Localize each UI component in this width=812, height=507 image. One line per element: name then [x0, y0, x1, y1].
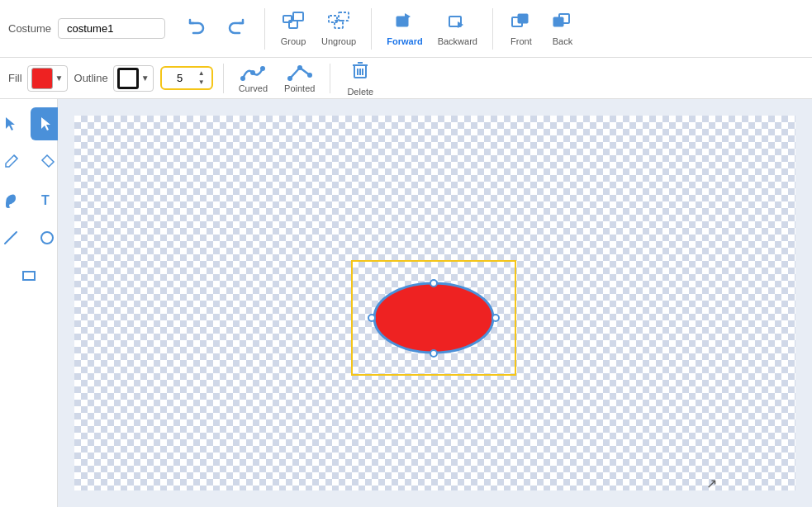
- svg-point-33: [374, 283, 493, 353]
- delete-button[interactable]: Delete: [340, 57, 380, 100]
- forward-label: Forward: [387, 36, 422, 46]
- divider5: [330, 64, 330, 93]
- pointed-button[interactable]: Pointed: [279, 62, 320, 95]
- pointed-icon: [287, 64, 313, 82]
- line-tool[interactable]: [0, 221, 27, 254]
- size-input-wrapper: ▲ ▼: [160, 66, 213, 90]
- undo-redo-group: [178, 13, 254, 44]
- tool-row-3: T: [0, 183, 64, 216]
- fill-color-swatch: [31, 68, 53, 89]
- outline-color-swatch: [117, 68, 139, 89]
- back-label: Back: [553, 36, 572, 46]
- size-spin-buttons: ▲ ▼: [197, 69, 207, 87]
- costume-section: Costume costume1: [8, 18, 165, 39]
- curved-icon: [240, 64, 266, 82]
- divider2: [371, 8, 372, 50]
- size-decrease-button[interactable]: ▼: [197, 78, 207, 87]
- svg-point-18: [297, 65, 302, 70]
- backward-icon: [447, 12, 468, 34]
- divider4: [223, 64, 224, 93]
- svg-point-31: [41, 232, 53, 244]
- front-label: Front: [510, 36, 532, 46]
- group-button[interactable]: Group: [275, 8, 311, 50]
- fill-section: Fill ▼: [8, 65, 68, 92]
- pointer-tool[interactable]: [0, 107, 27, 140]
- back-button[interactable]: Back: [544, 8, 581, 50]
- toolbar-row2: Fill ▼ Outline ▼ ▲ ▼ Curved: [0, 58, 812, 99]
- tool-row-2: [0, 145, 64, 178]
- ungroup-label: Ungroup: [321, 36, 356, 46]
- toolbox: T: [0, 99, 58, 507]
- undo-icon: [187, 17, 207, 40]
- undo-button[interactable]: [178, 13, 215, 44]
- group-label: Group: [281, 36, 306, 46]
- fill-tool[interactable]: [0, 183, 27, 216]
- main-area: T: [0, 99, 812, 507]
- tool-row-4: [0, 221, 64, 254]
- redo-icon: [226, 17, 246, 40]
- fill-color-button[interactable]: ▼: [27, 65, 68, 92]
- svg-rect-4: [339, 12, 349, 21]
- backward-label: Backward: [438, 36, 477, 46]
- svg-rect-32: [23, 272, 35, 280]
- size-input[interactable]: [167, 72, 193, 84]
- svg-point-14: [240, 76, 245, 81]
- back-icon: [552, 12, 573, 34]
- divider3: [492, 8, 493, 50]
- ungroup-icon: [328, 12, 349, 34]
- outline-dropdown-arrow: ▼: [141, 73, 150, 83]
- ellipse-shape-container[interactable]: [363, 272, 504, 363]
- svg-rect-13: [553, 17, 563, 26]
- rect-tool[interactable]: [12, 259, 45, 292]
- svg-text:T: T: [41, 193, 50, 207]
- divider1: [264, 8, 265, 50]
- front-button[interactable]: Front: [503, 8, 539, 50]
- svg-line-30: [5, 232, 17, 244]
- front-icon: [510, 12, 532, 34]
- trash-icon: [351, 60, 369, 84]
- outline-color-button[interactable]: ▼: [113, 65, 154, 92]
- curved-button[interactable]: Curved: [234, 62, 273, 95]
- toolbar-row1: Costume costume1: [0, 0, 812, 58]
- ungroup-button[interactable]: Ungroup: [316, 8, 361, 50]
- svg-point-17: [287, 76, 292, 81]
- forward-icon: [394, 12, 415, 34]
- redo-button[interactable]: [218, 13, 254, 44]
- svg-point-15: [250, 70, 255, 75]
- size-increase-button[interactable]: ▲: [197, 69, 207, 78]
- svg-rect-11: [518, 14, 528, 23]
- backward-button[interactable]: Backward: [433, 8, 482, 50]
- tool-row-5: [12, 259, 45, 292]
- brush-tool[interactable]: [0, 145, 27, 178]
- pointed-label: Pointed: [284, 83, 315, 93]
- svg-marker-27: [42, 155, 54, 167]
- outline-label: Outline: [74, 72, 108, 84]
- fill-label: Fill: [8, 72, 22, 84]
- forward-button[interactable]: Forward: [382, 8, 427, 50]
- svg-rect-1: [293, 12, 303, 21]
- canvas-area[interactable]: ↗: [58, 99, 812, 507]
- ellipse-svg: [363, 272, 504, 363]
- costume-label: Costume: [8, 22, 51, 35]
- svg-point-16: [260, 66, 265, 71]
- svg-point-19: [307, 73, 312, 78]
- svg-point-28: [9, 204, 12, 207]
- costume-name-field[interactable]: costume1: [58, 18, 165, 39]
- group-icon: [283, 12, 304, 34]
- tool-row-1: [0, 107, 64, 140]
- curved-label: Curved: [239, 83, 268, 93]
- delete-label: Delete: [347, 87, 373, 97]
- outline-section: Outline ▼: [74, 65, 154, 92]
- fill-dropdown-arrow: ▼: [55, 73, 64, 83]
- svg-line-26: [14, 155, 17, 159]
